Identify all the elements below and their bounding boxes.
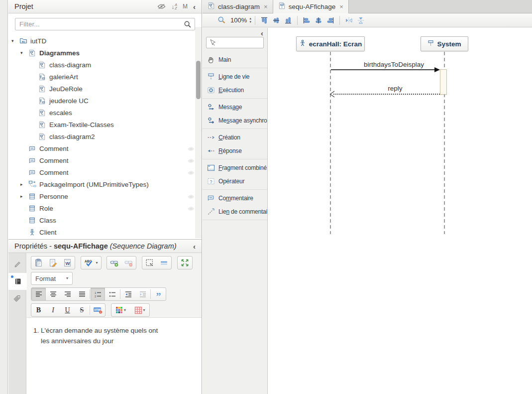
lifeline-dashed-line-ecranhall[interactable] bbox=[330, 52, 331, 234]
tree-item-class-diagram2[interactable]: class-diagram2 bbox=[8, 131, 202, 142]
tree-item-diagrammes[interactable]: ▾ Diagrammes bbox=[8, 47, 202, 59]
zoom-stepper[interactable]: ▲▼ bbox=[249, 17, 252, 23]
project-scrollbar-thumb[interactable] bbox=[196, 61, 201, 99]
select-all-button[interactable] bbox=[142, 257, 157, 269]
tool-comment-link[interactable]: Lien de commentaire bbox=[203, 205, 267, 218]
blockquote-button[interactable]: ” bbox=[151, 288, 166, 300]
outdent-button[interactable] bbox=[121, 288, 135, 300]
visibility-eye-icon[interactable] bbox=[187, 193, 195, 201]
tool-message-async[interactable]: Message asynchrone bbox=[203, 114, 267, 127]
expand-arrow-icon[interactable]: ▾ bbox=[11, 38, 19, 43]
strikethrough-button[interactable]: S bbox=[75, 304, 89, 316]
paste-from-word-button[interactable]: W bbox=[60, 257, 75, 269]
format-dropdown[interactable]: Format ▾ bbox=[31, 272, 73, 285]
tab-tags-icon[interactable] bbox=[8, 290, 26, 307]
tool-combined-fragment[interactable]: Fragment combiné bbox=[203, 161, 267, 174]
diagram-canvas[interactable]: ecranHall: Ecran System birthdaysToDeisp… bbox=[268, 28, 532, 394]
align-middle-icon[interactable] bbox=[270, 15, 282, 26]
indent-button[interactable] bbox=[135, 288, 150, 300]
align-right-button[interactable] bbox=[60, 288, 75, 300]
message-label-reply[interactable]: reply bbox=[358, 85, 432, 92]
align-top-icon[interactable] bbox=[258, 15, 270, 26]
tree-item-role[interactable]: Role bbox=[8, 202, 202, 214]
fullscreen-button[interactable] bbox=[178, 257, 192, 269]
selection-tool[interactable] bbox=[206, 37, 264, 48]
horizontal-rule-button[interactable] bbox=[157, 257, 171, 269]
sort-az-icon[interactable]: ↓ AZ bbox=[171, 3, 177, 10]
tree-item-galerieArt[interactable]: galerieArt bbox=[8, 71, 202, 83]
project-collapse-icon[interactable]: ‹ bbox=[193, 3, 196, 10]
align-bottom-icon[interactable] bbox=[282, 15, 294, 26]
tab-edit-pencil-icon[interactable] bbox=[8, 256, 26, 273]
tree-item-packageimport[interactable]: ▸ <I> PackageImport (UMLPrimitiveTypes) bbox=[8, 178, 202, 190]
project-scrollbar-track[interactable] bbox=[195, 27, 202, 238]
message-line-reply[interactable] bbox=[333, 94, 440, 95]
tool-operator[interactable]: ? Opérateur bbox=[203, 174, 267, 188]
text-color-button[interactable]: ▾ bbox=[111, 304, 130, 316]
visibility-eye-icon[interactable] bbox=[187, 145, 195, 153]
tab-documentation-book-icon[interactable] bbox=[8, 273, 27, 290]
numbered-list-button[interactable]: 12 bbox=[91, 288, 105, 300]
expand-arrow-icon[interactable]: ▾ bbox=[20, 50, 28, 55]
tree-item-comment-1[interactable]: Comment bbox=[8, 142, 202, 154]
tool-main-hand[interactable]: Main bbox=[203, 53, 267, 66]
tool-execution[interactable]: Exécution bbox=[203, 83, 267, 97]
lifeline-head-ecranhall[interactable]: ecranHall: Ecran bbox=[296, 36, 365, 51]
tree-item-comment-2[interactable]: Comment bbox=[8, 154, 202, 166]
tool-creation[interactable]: Création bbox=[203, 131, 267, 144]
paste-as-text-button[interactable] bbox=[46, 257, 60, 269]
paste-button[interactable] bbox=[31, 257, 46, 269]
left-collapsed-rail[interactable] bbox=[0, 0, 8, 394]
filter-input[interactable] bbox=[15, 18, 195, 30]
hide-elements-eye-slash-icon[interactable] bbox=[157, 3, 166, 9]
tree-item-jeuderole-UC[interactable]: jeuderole UC bbox=[8, 95, 202, 107]
message-label-sync[interactable]: birthdaysToDeisplay bbox=[348, 61, 440, 68]
align-center-button[interactable] bbox=[46, 288, 60, 300]
align-left-button[interactable] bbox=[31, 288, 46, 300]
italic-button[interactable]: I bbox=[46, 304, 60, 316]
align-right-shapes-icon[interactable] bbox=[324, 15, 336, 26]
tab-sequ-affichage[interactable]: sequ-AFfichage × bbox=[273, 0, 349, 13]
flip-horizontal-icon[interactable] bbox=[343, 15, 355, 26]
documentation-content[interactable]: L'écran demande au système quels ont les… bbox=[27, 317, 202, 394]
zoom-magnifier-icon[interactable] bbox=[215, 15, 227, 26]
doc-list-item[interactable]: L'écran demande au système quels ont les… bbox=[41, 326, 160, 347]
visibility-eye-icon[interactable] bbox=[187, 205, 195, 213]
tree-item-comment-3[interactable]: Comment bbox=[8, 166, 202, 178]
align-center-shapes-icon[interactable] bbox=[313, 15, 324, 26]
visibility-eye-icon[interactable] bbox=[187, 157, 195, 165]
align-left-shapes-icon[interactable] bbox=[301, 15, 313, 26]
tool-lifeline[interactable]: Ligne de vie bbox=[203, 70, 267, 83]
spellcheck-button[interactable]: ABC▾ bbox=[81, 257, 101, 269]
html-source-button[interactable]: HTML bbox=[91, 304, 105, 316]
tool-message[interactable]: Message bbox=[203, 100, 267, 114]
tool-comment[interactable]: Commentaire bbox=[203, 191, 267, 205]
tree-item-class[interactable]: Class bbox=[8, 214, 202, 226]
search-icon[interactable] bbox=[184, 20, 192, 30]
collapse-arrow-icon[interactable]: ▸ bbox=[20, 182, 28, 187]
remove-link-button[interactable] bbox=[121, 257, 136, 269]
message-line-sync[interactable] bbox=[331, 69, 434, 70]
tab-class-diagram[interactable]: class-diagram × bbox=[203, 0, 273, 13]
bullet-list-button[interactable] bbox=[105, 288, 119, 300]
tree-item-escales[interactable]: escales bbox=[8, 107, 202, 119]
tree-item-class-diagram[interactable]: class-diagram bbox=[8, 59, 202, 71]
close-tab-icon[interactable]: × bbox=[264, 3, 268, 10]
tree-item-JeuDeRole[interactable]: JeuDeRole bbox=[8, 83, 202, 95]
tree-item-client[interactable]: Client bbox=[8, 226, 202, 238]
execution-activation-bar[interactable] bbox=[440, 69, 447, 95]
flip-vertical-icon[interactable] bbox=[355, 15, 367, 26]
properties-collapse-icon[interactable]: ‹ bbox=[193, 243, 196, 250]
visibility-eye-icon[interactable] bbox=[187, 169, 195, 177]
close-tab-icon[interactable]: × bbox=[339, 3, 343, 10]
collapse-arrow-icon[interactable]: ▸ bbox=[20, 194, 28, 199]
mode-m-button[interactable]: M bbox=[183, 3, 188, 10]
insert-link-button[interactable] bbox=[107, 257, 121, 269]
align-justify-button[interactable] bbox=[75, 288, 89, 300]
tree-item-Exam-Textile-Classes[interactable]: Exam-Textile-Classes bbox=[8, 119, 202, 131]
tree-item-iutTD[interactable]: ▾ iutTD bbox=[8, 35, 202, 47]
table-button[interactable]: ▾ bbox=[130, 304, 149, 316]
palette-collapse-icon[interactable]: ‹ bbox=[261, 29, 263, 37]
tree-item-personne[interactable]: ▸ Personne bbox=[8, 190, 202, 202]
tool-response[interactable]: Réponse bbox=[203, 144, 267, 157]
